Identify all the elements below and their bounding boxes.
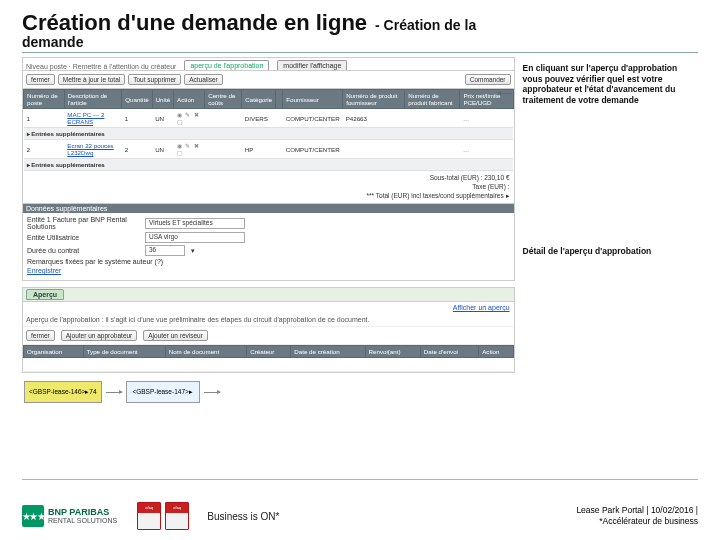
afaq-badge-icon: afaq	[137, 502, 161, 530]
brand-name: BNP PARIBAS	[48, 508, 117, 517]
footer-asterisk: *Accélérateur de business	[576, 516, 698, 527]
field-label: Entité 1 Facture par BNP Rental Solution…	[27, 216, 139, 230]
add-reviewer-button[interactable]: Ajouter un réviseur	[143, 330, 208, 341]
footer-meta: Lease Park Portal | 10/02/2016 |	[576, 505, 698, 516]
approval-table: Organisation Type de document Nom de doc…	[23, 345, 514, 372]
delete-all-button[interactable]: Tout supprimer	[128, 74, 181, 85]
cell-unit: UN	[152, 140, 173, 159]
flow-step-next: <GBSP-lease-147>▸	[126, 381, 200, 403]
arrow-icon	[106, 392, 122, 393]
field-label: Entité Utilisatrice	[27, 234, 139, 241]
title-line2: demande	[22, 34, 698, 50]
footer-divider	[22, 479, 698, 480]
row-action-icons[interactable]: ◉ ✎ ✖ ▢	[174, 140, 205, 159]
sub-entries-2[interactable]: ▸ Entrées supplémentaires	[24, 159, 514, 171]
org-header: Données supplémentaires	[23, 204, 514, 213]
col-pnum-m: Numéro de produit fabricant	[405, 90, 460, 109]
close-button[interactable]: fermer	[26, 74, 55, 85]
cell-dots: …	[460, 109, 513, 128]
approval-description: Aperçu de l'approbation : il s'agit ici …	[26, 316, 370, 323]
cell-num: 2	[24, 140, 65, 159]
refresh-button[interactable]: Actualiser	[184, 74, 223, 85]
bnp-stars-icon: ★★★	[22, 505, 44, 527]
cell-supplier: COMPUT/CENTER	[283, 140, 343, 159]
afaq-badges: afaq afaq	[137, 502, 189, 530]
tab-modify-display[interactable]: modifier l'affichage	[277, 60, 347, 70]
tab-approval-preview[interactable]: aperçu de l'approbation	[184, 60, 269, 70]
cell-supplier: COMPUT/CENTER	[283, 109, 343, 128]
entity-user-input[interactable]: USA virgo	[145, 232, 245, 243]
col-docname: Nom de document	[165, 346, 247, 358]
col-desc: Description de l'article	[64, 90, 121, 109]
field-label: Durée du contrat	[27, 247, 139, 254]
col-sent: Date d'envoi	[420, 346, 478, 358]
brand-sub: RENTAL SOLUTIONS	[48, 517, 117, 524]
row-action-icons[interactable]: ◉ ✎ ✖ ▢	[174, 109, 205, 128]
col-returner: Renvoi(ant)	[365, 346, 420, 358]
col-blank	[276, 90, 283, 109]
add-approver-button[interactable]: Ajouter un approbateur	[61, 330, 138, 341]
col-unit: Unité	[152, 90, 173, 109]
item-link[interactable]: Ecran 22 pouces L232Dwq	[67, 142, 113, 156]
empty-row	[24, 358, 514, 372]
bnp-logo: ★★★ BNP PARIBAS RENTAL SOLUTIONS	[22, 505, 117, 527]
col-pnum-s: Numéro de produit fournisseur	[343, 90, 405, 109]
afaq-badge-icon: afaq	[165, 502, 189, 530]
cell-qty: 2	[122, 140, 152, 159]
cell-pnum: P42663	[343, 109, 405, 128]
col-supplier: Fournisseur	[283, 90, 343, 109]
close-button[interactable]: fermer	[26, 330, 55, 341]
order-button[interactable]: Commander	[465, 74, 511, 85]
cell-num: 1	[24, 109, 65, 128]
col-qty: Quantité	[122, 90, 152, 109]
display-preview-link[interactable]: Afficher un aperçu	[453, 304, 510, 311]
cell-cat: DIVERS	[242, 109, 276, 128]
cell-cat: HP	[242, 140, 276, 159]
flow-step-current: <GBSP-lease-146>▸74	[24, 381, 102, 403]
title-main: Création d'une demande en ligne	[22, 10, 367, 36]
table-row[interactable]: 2 Ecran 22 pouces L232Dwq 2 UN ◉ ✎ ✖ ▢ H…	[24, 140, 514, 159]
col-cat: Catégorie	[242, 90, 276, 109]
callout-top: En cliquant sur l'aperçu d'approbation v…	[523, 63, 698, 106]
cell-unit: UN	[152, 109, 173, 128]
approval-preview-card: Aperçu Afficher un aperçu Aperçu de l'ap…	[22, 287, 515, 373]
col-action: Action	[174, 90, 205, 109]
duration-input[interactable]: 36	[145, 245, 185, 256]
cart-screenshot: Niveau poste · Remettre à l'attention du…	[22, 57, 515, 281]
table-row[interactable]: 1 MAC PC — 2 ECRANS 1 UN ◉ ✎ ✖ ▢ DIVERS …	[24, 109, 514, 128]
callout-detail: Détail de l'aperçu d'approbation	[523, 246, 698, 257]
field-label: Remarques fixées par le système auteur (…	[27, 258, 163, 265]
totals-block: Sous-total (EUR) : 230,10 € Taxe (EUR) :…	[23, 171, 514, 203]
title-underline	[22, 52, 698, 53]
cell-dots: …	[460, 140, 513, 159]
save-link[interactable]: Enregistrer	[27, 267, 61, 274]
col-org: Organisation	[24, 346, 84, 358]
callout-arrow	[498, 93, 512, 94]
tax-line: Taxe (EUR) :	[27, 182, 510, 191]
sub-entries-1[interactable]: ▸ Entrées supplémentaires	[24, 128, 514, 140]
entity1-input[interactable]: Virtuels ET spécialités	[145, 218, 245, 229]
total-line: *** Total (EUR) incl taxes/cond suppléme…	[27, 191, 510, 201]
cart-table: Numéro de poste Description de l'article…	[23, 89, 514, 171]
cell-qty: 1	[122, 109, 152, 128]
item-link[interactable]: MAC PC — 2 ECRANS	[67, 111, 104, 125]
breadcrumb: Niveau poste · Remettre à l'attention du…	[26, 63, 176, 70]
subtotal-line: Sous-total (EUR) : 230,10 €	[27, 173, 510, 182]
tab-apercu[interactable]: Aperçu	[26, 289, 64, 300]
col-actions: Action	[479, 346, 513, 358]
arrow-icon	[204, 392, 220, 393]
update-total-button[interactable]: Mettre à jour le total	[58, 74, 125, 85]
col-num: Numéro de poste	[24, 90, 65, 109]
approval-flow-diagram: <GBSP-lease-146>▸74 <GBSP-lease-147>▸	[22, 381, 515, 403]
col-creator: Créateur	[247, 346, 291, 358]
tagline: Business is ON*	[207, 511, 279, 522]
col-created: Date de création	[291, 346, 365, 358]
col-cc: Centre de coûts	[205, 90, 242, 109]
title-sub: - Création de la	[375, 17, 476, 33]
col-doctype: Type de document	[83, 346, 165, 358]
